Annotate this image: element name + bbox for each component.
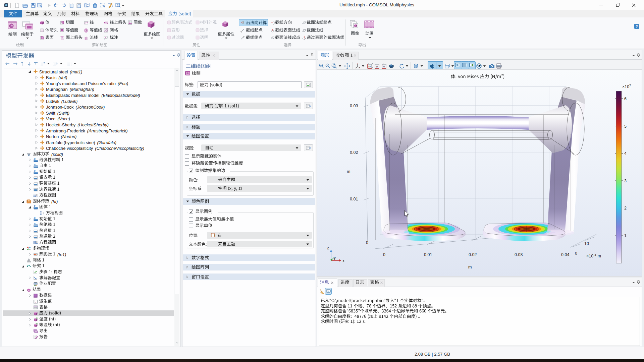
svg-text:6: 6 — [624, 97, 627, 101]
svg-text:10: 10 — [584, 241, 589, 246]
svg-text:m: m — [347, 169, 350, 174]
svg-text:3: 3 — [624, 179, 627, 183]
svg-text:D: D — [34, 223, 36, 225]
svg-text:0.01: 0.01 — [424, 252, 432, 257]
svg-text:D: D — [34, 158, 36, 160]
svg-text:0.03: 0.03 — [350, 104, 358, 108]
svg-text:0.02: 0.02 — [350, 150, 358, 155]
svg-text:4: 4 — [624, 151, 627, 156]
svg-text:0: 0 — [366, 240, 368, 245]
svg-text:5: 5 — [624, 124, 627, 129]
svg-text:D: D — [34, 217, 36, 219]
svg-text:m: m — [596, 254, 601, 258]
svg-text:50: 50 — [327, 290, 329, 292]
svg-text:0.02: 0.02 — [469, 252, 477, 257]
svg-text:y: y — [334, 255, 336, 260]
svg-text:xy: xy — [368, 65, 371, 68]
svg-text:0: 0 — [575, 251, 577, 256]
svg-text:1: 1 — [624, 233, 627, 238]
svg-text:0: 0 — [383, 252, 385, 257]
svg-text:0.01: 0.01 — [350, 197, 358, 201]
svg-text:-3: -3 — [593, 253, 596, 256]
svg-text:×10: ×10 — [622, 84, 629, 89]
svg-text:D: D — [34, 205, 36, 207]
svg-text:D: D — [34, 164, 36, 166]
svg-text:m: m — [468, 265, 472, 269]
svg-text:7: 7 — [629, 83, 631, 87]
svg-text:D: D — [34, 170, 36, 172]
svg-text:yz: yz — [376, 65, 378, 68]
svg-text:×10: ×10 — [586, 254, 593, 258]
svg-text:x: x — [342, 258, 344, 263]
svg-text:0.03: 0.03 — [515, 252, 523, 257]
svg-text:0.04: 0.04 — [561, 252, 569, 257]
svg-text:xz: xz — [383, 65, 385, 68]
svg-text:2: 2 — [624, 206, 627, 210]
svg-text:z: z — [327, 246, 329, 250]
